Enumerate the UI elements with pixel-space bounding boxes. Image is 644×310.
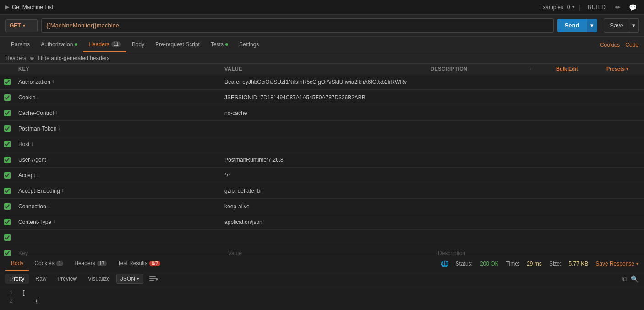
header-checkbox-10[interactable] — [4, 234, 11, 241]
time-value: 29 ms — [527, 261, 542, 267]
top-bar-left: ▶ Get Machine List — [5, 4, 53, 11]
new-row-checkbox[interactable] — [3, 250, 12, 256]
header-desc-3 — [427, 126, 644, 131]
tab-body[interactable]: Body — [126, 38, 150, 52]
save-arrow-button[interactable]: ▾ — [629, 18, 639, 33]
fmt-visualize[interactable]: Visualize — [83, 274, 115, 284]
header-desc-9 — [427, 219, 644, 225]
table-row — [0, 230, 644, 245]
send-arrow-button[interactable]: ▾ — [586, 19, 597, 32]
new-header-row — [0, 245, 644, 256]
header-checkbox-2[interactable] — [4, 110, 11, 116]
svg-rect-0 — [149, 276, 156, 277]
examples-arrow-icon[interactable]: ▾ — [572, 5, 574, 10]
info-icon-key-8[interactable]: ℹ — [48, 204, 50, 209]
format-select[interactable]: JSON ▾ — [116, 274, 143, 284]
cookies-link[interactable]: Cookies — [600, 42, 620, 48]
fmt-preview[interactable]: Preview — [53, 274, 82, 284]
table-row: Connection ℹ keep-alive — [0, 199, 644, 214]
header-checkbox-3[interactable] — [4, 125, 11, 132]
header-key-2: Cache-Control ℹ — [15, 107, 221, 119]
table-row: Accept ℹ */* — [0, 168, 644, 183]
table-row: Cache-Control ℹ no-cache — [0, 105, 644, 121]
header-key-3: Postman-Token ℹ — [15, 123, 221, 135]
format-select-arrow-icon: ▾ — [137, 277, 139, 281]
wrap-icon[interactable] — [149, 275, 158, 283]
header-value-9: application/json — [221, 216, 427, 228]
method-select[interactable]: GET ▾ — [5, 19, 38, 32]
info-icon-key-2[interactable]: ℹ — [55, 110, 57, 115]
search-response-icon[interactable]: 🔍 — [631, 275, 639, 283]
copy-icon[interactable]: ⧉ — [622, 275, 627, 283]
presets-link[interactable]: Presets ▾ — [603, 66, 644, 71]
fmt-pretty[interactable]: Pretty — [5, 274, 29, 284]
new-key-input[interactable] — [15, 247, 224, 256]
comment-icon[interactable]: 💬 — [627, 3, 639, 12]
resp-tab-test-results[interactable]: Test Results 0/2 — [112, 256, 166, 271]
globe-icon[interactable]: 🌐 — [441, 260, 448, 267]
header-desc-5 — [427, 157, 644, 163]
info-icon-key-1[interactable]: ℹ — [37, 95, 39, 100]
header-checkbox-5[interactable] — [4, 157, 11, 163]
header-key-6: Accept ℹ — [15, 169, 221, 181]
header-key-5: User-Agent ℹ — [15, 154, 221, 166]
header-checkbox-0[interactable] — [4, 79, 11, 85]
header-key-4: Host ℹ — [15, 138, 221, 150]
headers-rows: Authorization ℹ Bearer eyJhbGciOiJSUzI1N… — [0, 74, 644, 245]
tab-headers[interactable]: Headers 11 — [83, 38, 126, 52]
header-desc-2 — [427, 110, 644, 116]
info-icon-key-9[interactable]: ℹ — [53, 219, 55, 224]
header-checkbox-1[interactable] — [4, 94, 11, 101]
tab-params[interactable]: Params — [5, 38, 35, 52]
cookies-code-links: Cookies Code — [600, 42, 639, 48]
tab-prerequest[interactable]: Pre-request Script — [150, 38, 205, 52]
edit-icon[interactable]: ✏ — [613, 3, 622, 12]
tab-tests[interactable]: Tests — [205, 38, 234, 52]
url-input[interactable] — [41, 18, 554, 33]
svg-rect-2 — [149, 280, 154, 281]
header-checkbox-8[interactable] — [4, 203, 11, 210]
hide-auto-headers-link[interactable]: Hide auto-generated headers — [38, 55, 109, 61]
info-icon-key-7[interactable]: ℹ — [62, 188, 64, 193]
new-value-input[interactable] — [224, 247, 434, 256]
info-icon-key-5[interactable]: ℹ — [48, 157, 50, 162]
header-desc-4 — [427, 141, 644, 147]
table-row: Accept-Encoding ℹ gzip, deflate, br — [0, 183, 644, 199]
table-row: Authorization ℹ Bearer eyJhbGciOiJSUzI1N… — [0, 74, 644, 90]
code-line-1: 1 [ — [0, 290, 644, 298]
line-num-2: 2 — [0, 298, 18, 306]
new-desc-input[interactable] — [434, 247, 644, 256]
save-response-button[interactable]: Save Response ▾ — [595, 261, 639, 267]
col-key-header: KEY — [15, 66, 221, 71]
header-checkbox-9[interactable] — [4, 219, 11, 225]
info-icon-key-3[interactable]: ℹ — [58, 126, 60, 131]
info-icon-key-0[interactable]: ℹ — [52, 79, 54, 84]
request-tabs-bar: Params Authorization Headers 11 Body Pre… — [0, 37, 644, 53]
header-key-1: Cookie ℹ — [15, 92, 221, 103]
send-button[interactable]: Send — [557, 19, 587, 32]
tab-authorization[interactable]: Authorization — [35, 38, 83, 52]
header-value-10 — [221, 235, 427, 240]
save-button[interactable]: Save — [604, 18, 629, 33]
header-value-8: keep-alive — [221, 201, 427, 212]
format-bar: Pretty Raw Preview Visualize JSON ▾ ⧉ 🔍 — [0, 272, 644, 286]
tab-settings[interactable]: Settings — [234, 38, 264, 52]
header-checkbox-7[interactable] — [4, 188, 11, 194]
code-link[interactable]: Code — [625, 42, 639, 48]
header-value-1: JSESSIONID=7D181494C87A1A545F0A787D326B2… — [221, 92, 427, 103]
resp-tab-body[interactable]: Body — [5, 256, 29, 271]
col-more-icon[interactable]: ··· — [525, 66, 552, 71]
header-checkbox-6[interactable] — [4, 172, 11, 179]
table-row: Cookie ℹ JSESSIONID=7D181494C87A1A545F0A… — [0, 90, 644, 105]
info-icon-key-6[interactable]: ℹ — [37, 173, 39, 178]
line-content-2: { — [18, 298, 38, 306]
bulk-edit-link[interactable]: Bulk Edit — [552, 66, 603, 71]
header-checkbox-4[interactable] — [4, 141, 11, 147]
build-button[interactable]: BUILD — [585, 3, 609, 11]
fmt-raw[interactable]: Raw — [31, 274, 51, 284]
col-value-header: VALUE — [221, 66, 427, 71]
info-icon-key-4[interactable]: ℹ — [32, 141, 33, 147]
header-desc-6 — [427, 173, 644, 178]
resp-tab-headers[interactable]: Headers 17 — [69, 256, 112, 271]
resp-tab-cookies[interactable]: Cookies 1 — [29, 256, 69, 271]
